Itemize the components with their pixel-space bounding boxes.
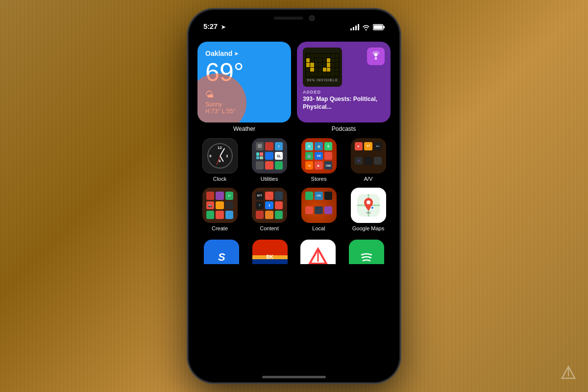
phone-screen: 5:27 ➤: [189, 10, 399, 382]
utilities-app-item: i: [247, 138, 292, 182]
podcast-svg-icon: [370, 51, 381, 62]
location-arrow-icon: ➤: [234, 51, 238, 56]
content-folder-grid: NYT 📌 T f: [252, 188, 287, 223]
app-row-2: Lr 📷 Create: [197, 188, 391, 231]
podcasts-info: ADDED 393- Map Quests: Political, Physic…: [303, 90, 385, 111]
sun-icon: 🌤: [205, 90, 283, 100]
bottom-dock: S BK: [197, 237, 391, 264]
podcast-artwork: 99% INVISIBLE: [303, 48, 342, 87]
wifi-icon: [362, 24, 370, 30]
weather-widget-container: Oakland ➤ 69° 🌤 Sunny H:73° L:55°: [197, 42, 291, 132]
av-folder-grid: ▶ YT tv+ V: [351, 138, 386, 173]
scribd-app-icon[interactable]: S: [204, 240, 239, 264]
maps-app-item: Google Maps: [346, 188, 391, 231]
create-folder-grid: Lr 📷: [202, 188, 238, 223]
podcasts-label: Podcasts: [297, 125, 391, 132]
svg-point-8: [366, 212, 371, 214]
spotify-svg: [357, 247, 376, 264]
stores-label: Stores: [311, 176, 327, 182]
podcasts-widget-container: 99% INVISIBLE: [297, 42, 391, 132]
weather-widget[interactable]: Oakland ➤ 69° 🌤 Sunny H:73° L:55°: [197, 42, 291, 122]
clock-app-item: 12 3 6 9 Clock: [197, 138, 242, 182]
local-icon[interactable]: UA: [301, 188, 337, 223]
app-row-1: 12 3 6 9 Clock: [197, 138, 391, 182]
battery-icon: [373, 24, 385, 30]
widgets-row: Oakland ➤ 69° 🌤 Sunny H:73° L:55°: [197, 42, 391, 132]
clock-face: 12 3 6 9: [207, 143, 233, 169]
svg-point-10: [371, 206, 374, 209]
podcasts-top: 99% INVISIBLE: [303, 48, 385, 87]
bk-app-icon[interactable]: BK: [252, 240, 288, 264]
location-icon: ➤: [221, 24, 225, 30]
utilities-label: Utilities: [261, 176, 278, 182]
clock-label: Clock: [213, 176, 227, 182]
stores-app-item: A 🍵 S 🏦 AM 🛍 ▶ ONE Stores: [296, 138, 341, 182]
clock-icon[interactable]: 12 3 6 9: [202, 138, 238, 173]
create-app-item: Lr 📷 Create: [197, 188, 242, 231]
phone: 5:27 ➤: [189, 10, 399, 382]
clock-12: 12: [218, 145, 222, 149]
podcasts-app-icon: [367, 48, 385, 65]
clock-9: 9: [209, 154, 211, 158]
maps-label: Google Maps: [352, 225, 384, 231]
stores-icon[interactable]: A 🍵 S 🏦 AM 🛍 ▶ ONE: [301, 138, 337, 173]
spotify-app-icon[interactable]: [349, 240, 384, 264]
svg-point-9: [367, 200, 370, 204]
svg-point-3: [374, 53, 377, 56]
av-label: A/V: [364, 176, 373, 182]
clock-3: 3: [226, 154, 228, 158]
verge-svg: [306, 245, 330, 264]
time-display: 5:27: [203, 22, 218, 30]
podcasts-widget[interactable]: 99% INVISIBLE: [297, 42, 391, 122]
weather-temperature: 69°: [205, 59, 283, 85]
content-label: Content: [260, 225, 279, 231]
local-label: Local: [312, 225, 325, 231]
local-app-item: UA Local: [296, 188, 341, 231]
utilities-icon[interactable]: i: [252, 138, 287, 173]
maps-svg: [356, 193, 381, 218]
speaker: [273, 17, 303, 20]
home-screen: Oakland ➤ 69° 🌤 Sunny H:73° L:55°: [189, 34, 399, 382]
create-label: Create: [212, 225, 228, 231]
content-app-item: NYT 📌 T f Content: [247, 188, 292, 231]
svg-rect-2: [374, 25, 383, 29]
verge-watermark: [561, 366, 576, 382]
status-icons: [350, 24, 385, 30]
av-icon[interactable]: ▶ YT tv+ V: [351, 138, 386, 173]
create-icon[interactable]: Lr 📷: [202, 188, 238, 223]
svg-rect-1: [384, 26, 385, 28]
verge-app-icon[interactable]: [300, 240, 336, 264]
weather-label: Weather: [197, 125, 291, 132]
signal-icon: [350, 24, 359, 30]
status-time: 5:27 ➤: [203, 22, 225, 30]
maps-icon[interactable]: [351, 188, 386, 223]
notch: [256, 10, 332, 26]
content-icon[interactable]: NYT 📌 T f: [252, 188, 287, 223]
dock-row: S BK: [197, 240, 391, 264]
weather-highlow: H:73° L:55°: [205, 108, 283, 115]
local-folder-grid: UA: [301, 188, 337, 223]
weather-city: Oakland ➤: [205, 49, 283, 57]
weather-condition: 🌤 Sunny H:73° L:55°: [205, 90, 283, 115]
front-camera: [309, 15, 315, 21]
podcasts-badge: ADDED: [303, 90, 385, 95]
background: 5:27 ➤: [0, 0, 588, 392]
podcasts-episode-title: 393- Map Quests: Political, Physical...: [303, 96, 385, 111]
stores-folder-grid: A 🍵 S 🏦 AM 🛍 ▶ ONE: [301, 138, 337, 173]
utilities-folder-grid: i: [252, 138, 287, 173]
av-app-item: ▶ YT tv+ V A/V: [346, 138, 391, 182]
home-indicator[interactable]: [262, 376, 326, 378]
